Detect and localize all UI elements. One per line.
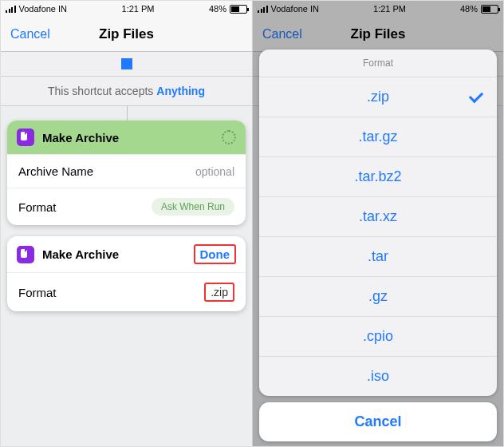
- format-option-tar[interactable]: .tar: [259, 236, 497, 276]
- connector-line: [1, 106, 252, 121]
- format-option-tarbz2[interactable]: .tar.bz2: [259, 156, 497, 196]
- action-sheet: Format .zip .tar.gz .tar.bz2 .tar.xz .ta…: [259, 49, 497, 441]
- row-label: Archive Name: [18, 164, 93, 178]
- option-label: .iso: [367, 368, 389, 384]
- card-title: Make Archive: [42, 247, 119, 261]
- action-card-editing: Make Archive Done Format .zip: [7, 236, 246, 311]
- option-label: .tar.xz: [359, 208, 397, 224]
- option-label: .tar: [368, 248, 388, 264]
- option-label: .tar.bz2: [354, 168, 401, 184]
- action-card-running: Make Archive Archive Name optional Forma…: [7, 121, 246, 225]
- ask-when-run-pill: Ask When Run: [152, 198, 234, 216]
- spinner-icon: [222, 130, 236, 144]
- format-option-targz[interactable]: .tar.gz: [259, 117, 497, 156]
- card-header: Make Archive: [7, 121, 246, 154]
- row-format[interactable]: Format .zip: [7, 272, 246, 311]
- accepts-link[interactable]: Anything: [156, 85, 205, 97]
- option-label: .tar.gz: [358, 129, 397, 144]
- done-button[interactable]: Done: [194, 244, 237, 264]
- row-label: Format: [18, 286, 57, 299]
- row-format[interactable]: Format Ask When Run: [7, 188, 246, 225]
- phone-right: Vodafone IN 1:21 PM 48% Cancel Zip Files…: [252, 1, 503, 447]
- archive-name-placeholder: optional: [195, 165, 234, 178]
- accepts-strip: This shortcut accepts Anything: [1, 76, 252, 106]
- battery-pct-label: 48%: [209, 4, 226, 14]
- page-title: Zip Files: [99, 26, 154, 42]
- document-icon: [17, 246, 34, 263]
- option-label: .zip: [367, 89, 389, 105]
- phone-left: Vodafone IN 1:21 PM 48% Cancel Zip Files…: [1, 1, 252, 447]
- format-option-gz[interactable]: .gz: [259, 276, 497, 316]
- format-option-zip[interactable]: .zip: [259, 77, 497, 117]
- card-title: Make Archive: [42, 131, 119, 144]
- carrier-label: Vodafone IN: [19, 4, 68, 14]
- checkmark-icon: [469, 88, 483, 102]
- battery-icon: [230, 5, 247, 14]
- format-value: .zip: [204, 283, 234, 302]
- sheet-title: Format: [259, 49, 497, 77]
- row-archive-name[interactable]: Archive Name optional: [7, 154, 246, 188]
- signal-bars-icon: [6, 5, 16, 13]
- sheet-cancel-button[interactable]: Cancel: [259, 402, 497, 441]
- nav-bar: Cancel Zip Files: [1, 17, 252, 52]
- document-icon: [17, 129, 34, 146]
- format-option-iso[interactable]: .iso: [259, 356, 497, 396]
- row-label: Format: [18, 200, 57, 214]
- clock-label: 1:21 PM: [122, 4, 155, 14]
- format-option-cpio[interactable]: .cpio: [259, 316, 497, 356]
- accepts-prefix: This shortcut accepts: [48, 85, 153, 97]
- status-bar: Vodafone IN 1:21 PM 48%: [1, 1, 252, 17]
- stop-icon[interactable]: [121, 58, 132, 69]
- card-header: Make Archive Done: [7, 236, 246, 272]
- format-option-tarxz[interactable]: .tar.xz: [259, 196, 497, 236]
- stop-bar: [1, 52, 252, 76]
- option-label: .cpio: [363, 328, 393, 344]
- cancel-button[interactable]: Cancel: [10, 27, 50, 42]
- option-label: .gz: [368, 288, 388, 304]
